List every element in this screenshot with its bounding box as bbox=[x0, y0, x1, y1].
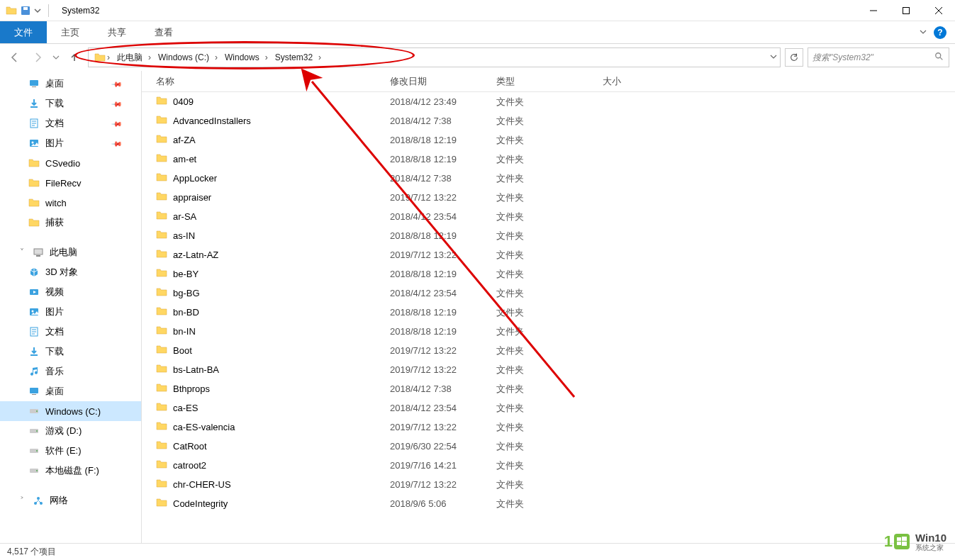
sidebar-item[interactable]: 文档📌 bbox=[0, 113, 141, 133]
sidebar-label: 网络 bbox=[50, 494, 68, 507]
sidebar-item[interactable]: 软件 (E:) bbox=[0, 441, 141, 461]
table-row[interactable]: af-ZA2018/8/18 12:19文件夹 bbox=[142, 130, 955, 150]
table-row[interactable]: CatRoot2019/6/30 22:54文件夹 bbox=[142, 437, 955, 456]
table-row[interactable]: be-BY2018/8/18 12:19文件夹 bbox=[142, 264, 955, 284]
table-row[interactable]: bn-BD2018/8/18 12:19文件夹 bbox=[142, 303, 955, 322]
sidebar-item[interactable]: 视频 bbox=[0, 282, 141, 302]
sidebar-item[interactable]: FileRecv bbox=[0, 173, 141, 193]
svg-rect-32 bbox=[902, 537, 907, 541]
table-row[interactable]: chr-CHER-US2019/7/12 13:22文件夹 bbox=[142, 475, 955, 494]
file-type: 文件夹 bbox=[496, 172, 603, 185]
sidebar-item[interactable]: 音乐 bbox=[0, 362, 141, 381]
sidebar-item[interactable]: witch bbox=[0, 193, 141, 213]
table-row[interactable]: CodeIntegrity2018/9/6 5:06文件夹 bbox=[142, 494, 955, 513]
sidebar-network[interactable]: ˃网络 bbox=[0, 491, 141, 510]
sidebar[interactable]: 桌面📌下载📌文档📌图片📌CSvedioFileRecvwitch捕获˅此电脑3D… bbox=[0, 71, 142, 543]
address-dropdown-icon[interactable] bbox=[770, 52, 777, 62]
sidebar-item[interactable]: 下载 bbox=[0, 342, 141, 362]
table-row[interactable]: as-IN2018/8/18 12:19文件夹 bbox=[142, 226, 955, 245]
forward-button[interactable] bbox=[28, 48, 47, 67]
ribbon-collapse-icon[interactable] bbox=[920, 28, 927, 38]
file-list[interactable]: 04092018/4/12 23:49文件夹AdvancedInstallers… bbox=[142, 92, 955, 543]
table-row[interactable]: appraiser2019/7/12 13:22文件夹 bbox=[142, 188, 955, 207]
expand-icon[interactable]: ˃ bbox=[20, 495, 24, 505]
table-row[interactable]: bn-IN2018/8/18 12:19文件夹 bbox=[142, 322, 955, 341]
chevron-right-icon[interactable]: › bbox=[317, 52, 323, 62]
titlebar: System32 bbox=[0, 0, 955, 21]
table-row[interactable]: ca-ES2018/4/12 23:54文件夹 bbox=[142, 398, 955, 418]
search-input[interactable]: 搜索"System32" bbox=[808, 47, 949, 67]
help-icon[interactable]: ? bbox=[934, 26, 946, 39]
col-type[interactable]: 类型 bbox=[496, 75, 603, 88]
maximize-button[interactable] bbox=[890, 0, 922, 21]
sidebar-item[interactable]: 捕获 bbox=[0, 213, 141, 233]
minimize-button[interactable] bbox=[857, 0, 890, 21]
downloads-icon bbox=[28, 346, 40, 357]
crumb-system32[interactable]: System32 bbox=[269, 48, 317, 67]
up-button[interactable] bbox=[65, 48, 84, 67]
sidebar-item[interactable]: 下载📌 bbox=[0, 94, 141, 113]
file-type: 文件夹 bbox=[496, 211, 603, 223]
sidebar-item[interactable]: 游戏 (D:) bbox=[0, 421, 141, 441]
chevron-right-icon[interactable]: › bbox=[264, 52, 269, 62]
table-row[interactable]: am-et2018/8/18 12:19文件夹 bbox=[142, 150, 955, 169]
sidebar-item[interactable]: 3D 对象 bbox=[0, 262, 141, 282]
table-row[interactable]: Bthprops2018/4/12 7:38文件夹 bbox=[142, 379, 955, 398]
table-row[interactable]: az-Latn-AZ2019/7/12 13:22文件夹 bbox=[142, 245, 955, 264]
sidebar-item[interactable]: 桌面 bbox=[0, 381, 141, 401]
file-name: AppLocker bbox=[173, 173, 217, 184]
qat-save-icon[interactable] bbox=[20, 5, 31, 16]
sidebar-item[interactable]: CSvedio bbox=[0, 153, 141, 173]
tab-share[interactable]: 共享 bbox=[94, 21, 140, 43]
tab-file[interactable]: 文件 bbox=[0, 21, 47, 43]
crumb-windows[interactable]: Windows bbox=[219, 48, 264, 67]
sidebar-label: witch bbox=[45, 198, 67, 208]
file-date: 2018/4/12 23:54 bbox=[390, 288, 496, 298]
table-row[interactable]: Boot2019/7/12 13:22文件夹 bbox=[142, 341, 955, 360]
sidebar-item[interactable]: 文档 bbox=[0, 322, 141, 342]
file-type: 文件夹 bbox=[496, 402, 603, 415]
refresh-button[interactable] bbox=[785, 48, 803, 67]
chevron-right-icon[interactable]: › bbox=[106, 52, 111, 62]
table-row[interactable]: ar-SA2018/4/12 23:54文件夹 bbox=[142, 207, 955, 226]
file-date: 2018/4/12 23:49 bbox=[390, 96, 496, 107]
svg-rect-6 bbox=[32, 86, 36, 87]
table-row[interactable]: bg-BG2018/4/12 23:54文件夹 bbox=[142, 284, 955, 303]
qat-dropdown-icon[interactable] bbox=[34, 5, 41, 16]
table-row[interactable]: ca-ES-valencia2019/7/12 13:22文件夹 bbox=[142, 418, 955, 437]
file-date: 2019/7/16 14:21 bbox=[390, 460, 496, 471]
sidebar-item[interactable]: Windows (C:) bbox=[0, 401, 141, 421]
back-button[interactable] bbox=[6, 48, 24, 67]
crumb-drive[interactable]: Windows (C:) bbox=[152, 48, 213, 67]
table-row[interactable]: 04092018/4/12 23:49文件夹 bbox=[142, 92, 955, 111]
sidebar-item[interactable]: 本地磁盘 (F:) bbox=[0, 461, 141, 481]
col-name[interactable]: 名称 bbox=[156, 75, 390, 88]
col-size[interactable]: 大小 bbox=[603, 75, 674, 88]
table-row[interactable]: bs-Latn-BA2019/7/12 13:22文件夹 bbox=[142, 360, 955, 379]
tab-home[interactable]: 主页 bbox=[47, 21, 94, 43]
col-date[interactable]: 修改日期 bbox=[390, 75, 496, 88]
table-row[interactable]: AppLocker2018/4/12 7:38文件夹 bbox=[142, 169, 955, 188]
sidebar-item[interactable]: 图片 bbox=[0, 302, 141, 322]
address-bar[interactable]: › 此电脑 › Windows (C:) › Windows › System3… bbox=[88, 47, 781, 67]
crumb-thispc[interactable]: 此电脑 bbox=[111, 48, 147, 67]
close-button[interactable] bbox=[922, 0, 955, 21]
expand-icon[interactable]: ˅ bbox=[20, 247, 24, 257]
file-type: 文件夹 bbox=[496, 268, 603, 281]
table-row[interactable]: AdvancedInstallers2018/4/12 7:38文件夹 bbox=[142, 111, 955, 130]
folder-icon bbox=[28, 157, 40, 169]
recent-dropdown[interactable] bbox=[51, 48, 61, 67]
table-row[interactable]: catroot22019/7/16 14:21文件夹 bbox=[142, 456, 955, 475]
chevron-right-icon[interactable]: › bbox=[213, 52, 219, 62]
file-name: af-ZA bbox=[173, 135, 196, 145]
file-type: 文件夹 bbox=[496, 191, 603, 204]
sidebar-label: 下载 bbox=[45, 97, 64, 110]
documents-icon bbox=[28, 326, 40, 337]
sidebar-thispc[interactable]: ˅此电脑 bbox=[0, 242, 141, 262]
sidebar-item[interactable]: 桌面📌 bbox=[0, 74, 141, 94]
tab-view[interactable]: 查看 bbox=[140, 21, 187, 43]
desktop-icon bbox=[28, 78, 40, 89]
sidebar-item[interactable]: 图片📌 bbox=[0, 133, 141, 153]
pin-icon: 📌 bbox=[111, 98, 123, 109]
chevron-right-icon[interactable]: › bbox=[147, 52, 152, 62]
